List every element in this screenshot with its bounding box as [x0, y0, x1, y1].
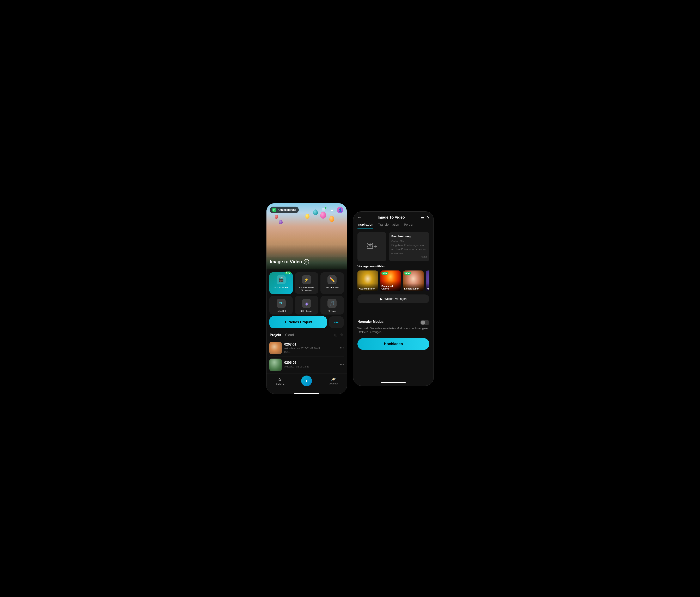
description-box: Beschreibung: Geben Sie Eingabeaufforder… — [389, 232, 429, 261]
update-badge-label: Aktualisierung — [278, 208, 296, 212]
nav-add-button[interactable]: + — [301, 375, 312, 386]
project-thumb-img-2 — [269, 358, 282, 371]
hero-image: ▶ Aktualisierung ☰ ☁ 👤 Image to Video ▶ — [267, 203, 347, 270]
template-new-badge-3: NEW — [404, 272, 411, 275]
tool-icon-bild-zu-video: 🎬 — [277, 275, 286, 284]
project-item-1[interactable]: 0207-01 Aktualisiert an 2025-02-07 10:41… — [269, 340, 344, 356]
bottom-nav: ⌂ Startseite + 🪐 Erkunden — [267, 373, 347, 391]
tab-cloud[interactable]: Cloud — [285, 333, 294, 337]
grid-view-icon[interactable]: ⊞ — [334, 333, 338, 337]
template-label-2: Flammende Gitarre — [380, 281, 401, 291]
nav-home[interactable]: ⌂ Startseite — [275, 377, 284, 385]
tool-ki-beats[interactable]: 🎵 KI Beats — [320, 296, 344, 315]
project-item-2[interactable]: 0205-02 Aktualis… 02-05 13:29 ••• — [269, 356, 344, 373]
tabs-left: Projekt Cloud — [270, 333, 294, 337]
tab-inspiration[interactable]: Inspiration — [357, 223, 373, 229]
mode-section: Normaler Modus Wechseln Sie in den erwei… — [357, 320, 429, 334]
explore-icon: 🪐 — [331, 377, 336, 381]
project-meta-1: Aktualisiert an 2025-02-07 10:41 — [284, 347, 338, 350]
template-kaetzchen-koch[interactable]: Kätzchen Koch — [357, 271, 378, 291]
upload-photo-icon: 🖼+ — [367, 243, 377, 250]
hero-top-bar: ▶ Aktualisierung ☰ ☁ 👤 — [270, 206, 343, 213]
more-templates-label: Weitere Vorlagen — [384, 297, 406, 300]
tool-text-zu-video[interactable]: ✏️ Text zu Video — [320, 272, 344, 294]
tab-inspiration-label: Inspiration — [357, 223, 373, 226]
project-duration-1: 00:21 — [284, 350, 338, 353]
more-templates-button[interactable]: ▶ Weitere Vorlagen — [357, 295, 429, 303]
play-circle[interactable]: ▶ — [304, 259, 309, 265]
tool-label-bild-zu-video: Bild zu Video — [275, 286, 288, 289]
right-header-icons: ☰ ? — [421, 215, 429, 220]
tab-portrait-label: Porträt — [404, 223, 413, 226]
upload-box[interactable]: 🖼+ — [357, 232, 386, 261]
tab-transformation-label: Transformation — [378, 223, 399, 226]
mode-desc: Wechseln Sie in den erweiterten Modus, u… — [357, 326, 429, 334]
tool-grid: New 🎬 Bild zu Video ⚡ Automatisches Schn… — [267, 270, 347, 316]
back-arrow-icon[interactable]: ← — [357, 215, 362, 220]
tool-untertitel[interactable]: CC Untertitel — [269, 296, 293, 315]
action-row: + Neues Projekt ••• — [267, 316, 347, 331]
tool-label-ki-entferner: KI-Entferner — [300, 309, 312, 313]
template-liebeszauber[interactable]: NEW Liebeszauber — [403, 271, 424, 291]
avatar[interactable]: 👤 — [337, 206, 343, 213]
new-project-button[interactable]: + Neues Projekt — [269, 316, 327, 328]
tool-ki-entferner[interactable]: ◈ KI-Entferner — [295, 296, 318, 315]
balloon-yellow — [305, 214, 309, 219]
tool-label-untertitel: Untertitel — [277, 309, 286, 313]
tool-icon-ki-beats: 🎵 — [327, 299, 336, 308]
tab-portrait[interactable]: Porträt — [404, 223, 413, 229]
hero-gradient-overlay — [267, 245, 347, 270]
nav-explore[interactable]: 🪐 Erkunden — [329, 377, 339, 385]
project-name-1: 0207-01 — [284, 343, 338, 346]
templates-row: Kätzchen Koch NEW Flammende Gitarre NEW … — [357, 271, 429, 291]
tool-auto-schneiden[interactable]: ⚡ Automatisches Schneiden — [295, 272, 318, 294]
project-thumb-1 — [269, 342, 282, 354]
tool-icon-text-zu-video: ✏️ — [327, 275, 336, 284]
tab-projekt[interactable]: Projekt — [270, 333, 281, 337]
project-more-1[interactable]: ••• — [340, 346, 344, 350]
tool-bild-zu-video[interactable]: New 🎬 Bild zu Video — [269, 272, 293, 294]
project-name-2: 0205-02 — [284, 361, 338, 365]
right-tabs: Inspiration Transformation Porträt — [353, 223, 433, 229]
home-indicator-right — [381, 382, 406, 383]
template-m[interactable]: M… — [426, 271, 429, 291]
edit-icon[interactable]: ✎ — [340, 333, 343, 337]
balloon-purple — [279, 220, 283, 224]
spacer — [357, 307, 429, 320]
project-tabs: Projekt Cloud ⊞ ✎ — [267, 331, 347, 340]
template-new-badge-2: NEW — [381, 272, 388, 275]
right-phone: ← Image To Video ☰ ? Inspiration Transfo… — [353, 212, 434, 386]
list-settings-icon[interactable]: ☰ — [421, 215, 424, 220]
mode-toggle[interactable] — [420, 320, 429, 325]
template-section-label: Vorlage auswählen — [357, 265, 429, 268]
hero-title-area: Image to Video ▶ — [270, 259, 309, 265]
project-thumb-2 — [269, 358, 282, 371]
template-label-3: Liebeszauber — [403, 283, 424, 291]
tool-icon-untertitel: CC — [277, 299, 286, 308]
tool-icon-auto-schneiden: ⚡ — [302, 275, 311, 284]
tabs-right: ⊞ ✎ — [334, 333, 343, 337]
upload-button[interactable]: Hochladen — [357, 338, 429, 350]
more-dots-icon: ••• — [334, 320, 339, 325]
project-info-2: 0205-02 Aktualis… 02-05 13:29 — [284, 361, 338, 369]
more-button[interactable]: ••• — [329, 316, 344, 328]
tab-transformation[interactable]: Transformation — [378, 223, 399, 229]
template-flammende-gitarre[interactable]: NEW Flammende Gitarre — [380, 271, 401, 291]
desc-counter: 0/200 — [391, 256, 427, 259]
update-badge[interactable]: ▶ Aktualisierung — [270, 206, 299, 213]
project-more-2[interactable]: ••• — [340, 363, 344, 367]
mode-row: Normaler Modus — [357, 320, 429, 325]
template-label-1: Kätzchen Koch — [357, 283, 378, 291]
project-list: 0207-01 Aktualisiert an 2025-02-07 10:41… — [267, 340, 347, 373]
cloud-icon-btn[interactable]: ☁ — [328, 206, 335, 213]
toggle-dot — [421, 321, 425, 325]
right-content: 🖼+ Beschreibung: Geben Sie Eingabeauffor… — [353, 229, 433, 381]
project-info-1: 0207-01 Aktualisiert an 2025-02-07 10:41… — [284, 343, 338, 353]
more-templates-icon: ▶ — [380, 297, 383, 301]
description-placeholder[interactable]: Geben Sie Eingabeaufforderungen ein, um … — [391, 239, 427, 256]
template-label-4: M… — [426, 283, 429, 291]
nav-explore-label: Erkunden — [329, 382, 339, 385]
help-icon[interactable]: ? — [427, 215, 429, 220]
tool-label-ki-beats: KI Beats — [328, 309, 336, 313]
list-icon-btn[interactable]: ☰ — [320, 206, 327, 213]
